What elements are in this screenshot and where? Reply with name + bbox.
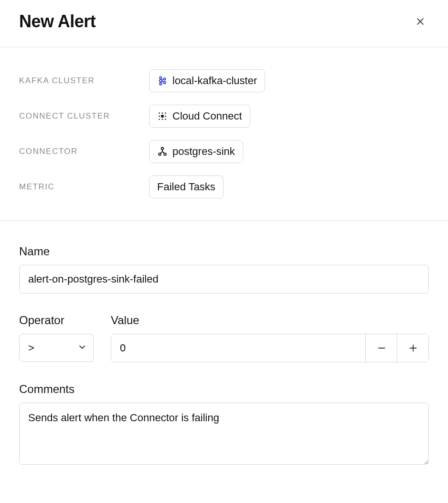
connect-cluster-icon (157, 111, 168, 121)
context-section: KAFKA CLUSTER loca (0, 47, 448, 221)
comments-textarea[interactable] (19, 403, 429, 465)
metric-label: METRIC (19, 182, 149, 192)
svg-point-2 (160, 77, 161, 78)
operator-select[interactable]: > (19, 334, 94, 362)
operator-field: Operator > (19, 314, 94, 362)
metric-chip[interactable]: Failed Tasks (149, 175, 224, 198)
page-title: New Alert (19, 11, 96, 32)
connector-row: CONNECTOR postgres-sink (19, 140, 429, 163)
close-icon (416, 17, 425, 26)
connect-cluster-value: Cloud Connect (172, 110, 242, 122)
decrement-button[interactable] (365, 334, 397, 362)
svg-line-10 (162, 81, 164, 82)
svg-point-15 (159, 116, 160, 117)
svg-rect-11 (161, 115, 164, 118)
modal-header: New Alert (0, 0, 448, 47)
name-input[interactable] (19, 265, 429, 294)
svg-point-17 (159, 119, 160, 120)
connector-icon (157, 146, 168, 157)
plus-icon (408, 343, 418, 353)
value-label: Value (111, 314, 429, 327)
name-field: Name (19, 245, 429, 294)
svg-point-12 (159, 112, 160, 114)
svg-point-4 (160, 79, 162, 82)
connect-cluster-chip[interactable]: Cloud Connect (149, 105, 250, 128)
metric-row: METRIC Failed Tasks (19, 175, 429, 198)
kafka-cluster-value: local-kafka-cluster (172, 75, 257, 87)
name-label: Name (19, 245, 429, 258)
minus-icon (376, 343, 387, 353)
connector-label: CONNECTOR (19, 147, 149, 156)
metric-value: Failed Tasks (157, 181, 215, 193)
form-section: Name Operator > Value (0, 221, 448, 486)
connect-cluster-row: CONNECT CLUSTER Cl (19, 105, 429, 128)
svg-point-6 (163, 81, 165, 83)
svg-point-19 (165, 119, 166, 120)
svg-line-9 (162, 79, 164, 80)
value-field: Value (111, 314, 429, 362)
svg-point-18 (162, 119, 163, 120)
close-button[interactable] (412, 13, 429, 30)
kafka-cluster-label: KAFKA CLUSTER (19, 76, 149, 86)
connect-cluster-label: CONNECT CLUSTER (19, 111, 149, 121)
value-input[interactable] (111, 334, 365, 362)
svg-point-3 (160, 83, 161, 85)
comments-label: Comments (19, 383, 429, 396)
svg-point-5 (163, 78, 165, 80)
increment-button[interactable] (397, 334, 428, 362)
svg-point-13 (162, 112, 163, 114)
comments-field: Comments (19, 383, 429, 467)
svg-point-16 (165, 116, 166, 117)
connector-chip[interactable]: postgres-sink (149, 140, 243, 163)
svg-point-14 (165, 112, 166, 114)
kafka-cluster-row: KAFKA CLUSTER loca (19, 69, 429, 92)
kafka-cluster-chip[interactable]: local-kafka-cluster (149, 69, 265, 92)
operator-label: Operator (19, 314, 94, 327)
connector-value: postgres-sink (172, 145, 235, 158)
kafka-cluster-icon (157, 76, 168, 86)
svg-point-20 (161, 147, 164, 150)
